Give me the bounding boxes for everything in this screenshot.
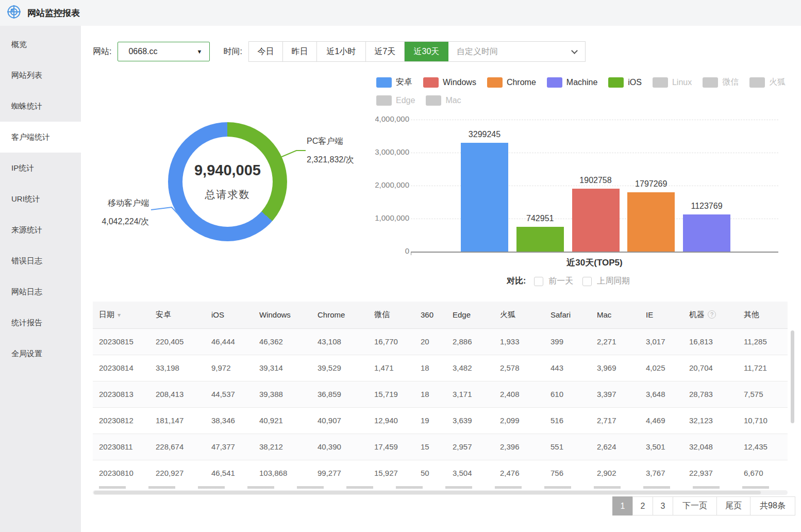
legend-label: Mac bbox=[445, 96, 461, 105]
time-range-button[interactable]: 近1小时 bbox=[317, 42, 366, 61]
table-cell: 20230812 bbox=[93, 407, 149, 434]
last-page-button[interactable]: 尾页 bbox=[716, 496, 750, 516]
vertical-scrollbar-thumb[interactable] bbox=[791, 330, 794, 423]
legend-color-chip bbox=[547, 77, 562, 88]
legend-item[interactable]: Linux bbox=[653, 77, 692, 88]
sidebar-item[interactable]: 客户端统计 bbox=[0, 122, 81, 153]
sidebar-item[interactable]: 蜘蛛统计 bbox=[0, 91, 81, 122]
column-header: Mac bbox=[591, 302, 640, 328]
page-number-button[interactable]: 2 bbox=[632, 496, 653, 516]
sidebar-item[interactable]: 统计报告 bbox=[0, 307, 81, 338]
legend-label: 火狐 bbox=[769, 77, 786, 88]
bar-rect-Chrome bbox=[627, 192, 675, 252]
custom-time-placeholder: 自定义时间 bbox=[457, 46, 498, 57]
table-cell: 19 bbox=[414, 407, 446, 434]
compare-option-label: 前一天 bbox=[548, 276, 573, 287]
page-number-button[interactable]: 1 bbox=[612, 496, 633, 516]
legend-item[interactable]: Machine bbox=[547, 77, 597, 88]
compare-checkbox[interactable] bbox=[534, 277, 543, 286]
legend-item[interactable]: Edge bbox=[376, 95, 415, 106]
compare-option-label: 上周同期 bbox=[597, 276, 630, 287]
page-number-button[interactable]: 3 bbox=[653, 496, 673, 516]
table-cell: 20230810 bbox=[93, 460, 149, 486]
table-cell: 33,198 bbox=[149, 355, 205, 381]
custom-time-select[interactable]: 自定义时间 bbox=[448, 42, 585, 61]
table-cell: 11,285 bbox=[738, 328, 788, 355]
sidebar-item[interactable]: IP统计 bbox=[0, 153, 81, 184]
sidebar-item[interactable]: 来源统计 bbox=[0, 214, 81, 245]
site-select-value: 0668.cc bbox=[128, 47, 157, 56]
table-cell: 2,408 bbox=[494, 381, 544, 407]
sort-icon[interactable]: ▾ bbox=[118, 311, 121, 319]
legend-item[interactable]: Windows bbox=[423, 77, 476, 88]
table-cell: 99,277 bbox=[311, 460, 368, 486]
column-header-label: Edge bbox=[453, 310, 471, 319]
table-cell: 4,469 bbox=[640, 407, 683, 434]
compare-checkbox[interactable] bbox=[582, 277, 592, 286]
legend-item[interactable]: iOS bbox=[608, 77, 642, 88]
help-icon[interactable]: ? bbox=[708, 310, 716, 319]
column-header: 安卓 bbox=[149, 302, 205, 328]
sidebar-item[interactable]: 概览 bbox=[0, 29, 81, 60]
next-page-button[interactable]: 下一页 bbox=[673, 496, 717, 516]
table-row: 20230810 220,927 46,541 103,868 99,277 bbox=[93, 460, 788, 486]
legend-label: Windows bbox=[443, 78, 476, 87]
table-cell: 15 bbox=[414, 434, 446, 460]
column-header: iOS bbox=[205, 302, 253, 328]
table-cell: 2,578 bbox=[494, 355, 544, 381]
table-cell: 610 bbox=[544, 381, 591, 407]
site-select[interactable]: 0668.cc ▼ bbox=[118, 42, 210, 61]
app-title: 网站监控报表 bbox=[27, 7, 80, 19]
time-range-button[interactable]: 近7天 bbox=[366, 42, 405, 61]
legend-color-chip bbox=[487, 77, 503, 88]
table-cell: 46,444 bbox=[205, 328, 253, 355]
table-cell: 3,767 bbox=[640, 460, 683, 486]
table-cell: 16,813 bbox=[683, 328, 738, 355]
mobile-client-label: 移动客户端 bbox=[81, 197, 149, 209]
time-range-button[interactable]: 近30天 bbox=[405, 42, 448, 61]
table-cell: 40,921 bbox=[253, 407, 311, 434]
time-range-button[interactable]: 昨日 bbox=[283, 42, 317, 61]
column-header-label: IE bbox=[646, 310, 653, 319]
table-cell: 2,624 bbox=[591, 434, 640, 460]
legend-item[interactable]: 安卓 bbox=[376, 77, 412, 88]
legend-item[interactable]: 微信 bbox=[703, 77, 739, 88]
sidebar-item[interactable]: 全局设置 bbox=[0, 338, 81, 369]
table-body: 20230815 220,405 46,444 46,362 43,108 bbox=[93, 328, 788, 486]
client-stats-table: 日期▾ 安卓 iOS Windows Chrome 微信 bbox=[93, 302, 788, 495]
column-header[interactable]: 日期▾ bbox=[93, 302, 149, 328]
column-header-label: 微信 bbox=[374, 310, 390, 319]
horizontal-scrollbar-thumb[interactable] bbox=[94, 491, 761, 494]
table-cell: 3,969 bbox=[591, 355, 640, 381]
sidebar-item[interactable]: URI统计 bbox=[0, 184, 81, 214]
time-label: 时间: bbox=[223, 46, 242, 57]
legend-item[interactable]: 火狐 bbox=[749, 77, 786, 88]
filter-bar: 网站: 0668.cc ▼ 时间: 今日 昨日 近1小时 近7天 bbox=[93, 41, 586, 62]
mobile-client-value: 4,042,224/次 bbox=[81, 215, 149, 228]
table-cell: 38,346 bbox=[205, 407, 253, 434]
horizontal-scrollbar[interactable] bbox=[93, 490, 788, 495]
table-cell: 16,770 bbox=[368, 328, 414, 355]
table-row: 20230814 33,198 9,972 39,314 39,529 bbox=[93, 355, 788, 381]
table-row: 20230815 220,405 46,444 46,362 43,108 bbox=[93, 328, 788, 355]
column-header-label: 日期 bbox=[99, 310, 114, 319]
time-range-button[interactable]: 今日 bbox=[249, 42, 283, 61]
table-cell: 2,886 bbox=[446, 328, 494, 355]
legend-item[interactable]: Chrome bbox=[487, 77, 536, 88]
sidebar-item[interactable]: 网站日志 bbox=[0, 276, 81, 307]
table-cell: 12,940 bbox=[368, 407, 414, 434]
table-row: 20230813 208,413 44,537 39,388 36,859 bbox=[93, 381, 788, 407]
y-axis-tick-label: 1,000,000 bbox=[375, 213, 409, 222]
pc-client-value: 2,321,832/次 bbox=[307, 154, 354, 166]
sidebar-item[interactable]: 错误日志 bbox=[0, 245, 81, 276]
table-cell: 32,123 bbox=[683, 407, 738, 434]
table-cell: 208,413 bbox=[149, 381, 205, 407]
column-header-label: Windows bbox=[259, 310, 291, 319]
table-cell: 20230811 bbox=[93, 434, 149, 460]
chart-legend: 安卓 Windows Chrome Machine bbox=[376, 77, 789, 106]
legend-item[interactable]: Mac bbox=[426, 95, 461, 106]
legend-color-chip bbox=[423, 77, 439, 88]
bar-plot: 3299245742951190275817972691123769 bbox=[411, 120, 778, 252]
table-cell: 1,933 bbox=[494, 328, 544, 355]
sidebar-item[interactable]: 网站列表 bbox=[0, 60, 81, 91]
